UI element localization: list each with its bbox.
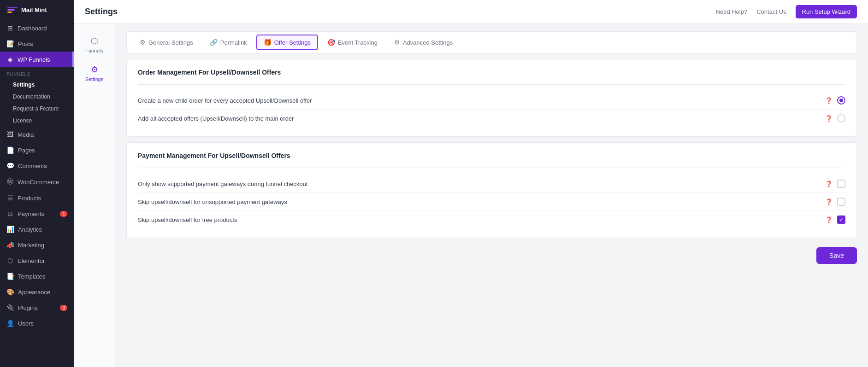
save-bar: Save bbox=[126, 244, 857, 268]
sidebar-sub-item-settings[interactable]: Settings bbox=[0, 79, 74, 91]
setting-row-add-to-main-order: Add all accepted offers (Upsell/Downsell… bbox=[138, 110, 845, 127]
sidebar-item-media[interactable]: 🖼 Media bbox=[0, 127, 74, 142]
funnels-section-label: Funnels bbox=[0, 67, 74, 79]
order-management-title: Order Management For Upsell/Downsell Off… bbox=[138, 69, 845, 76]
tab-label: Permalink bbox=[220, 39, 247, 46]
offer-settings-tab-icon: 🎁 bbox=[264, 39, 272, 46]
tabs-bar: ⚙ General Settings 🔗 Permalink 🎁 Offer S… bbox=[126, 31, 857, 53]
sidebar-item-label: Pages bbox=[18, 147, 35, 154]
logo-stripe-3 bbox=[7, 12, 12, 13]
skip-upsell-unsupported-checkbox[interactable] bbox=[837, 198, 845, 206]
sidebar-item-users[interactable]: 👤 Users bbox=[0, 315, 74, 331]
sidebar-item-analytics[interactable]: 📊 Analytics bbox=[0, 221, 74, 237]
skip-upsell-free-checkbox[interactable]: ✓ bbox=[837, 216, 845, 224]
payment-management-title: Payment Management For Upsell/Downsell O… bbox=[138, 152, 845, 159]
create-child-order-radio[interactable] bbox=[837, 96, 845, 105]
sidebar-item-label: Templates bbox=[18, 273, 45, 280]
page-title: Settings bbox=[85, 7, 118, 17]
sub-request-label: Request a Feature bbox=[13, 105, 59, 112]
sidebar-item-label: Products bbox=[18, 195, 41, 202]
general-settings-tab-icon: ⚙ bbox=[140, 39, 146, 46]
run-setup-wizard-button[interactable]: Run Setup Wizard bbox=[796, 5, 857, 18]
posts-icon: 📝 bbox=[6, 40, 14, 47]
comments-icon: 💬 bbox=[6, 162, 14, 169]
tab-offer-settings[interactable]: 🎁 Offer Settings bbox=[256, 35, 318, 50]
save-button[interactable]: Save bbox=[816, 247, 857, 264]
logo-stripe-1 bbox=[7, 7, 18, 8]
skip-upsell-free-label: Skip upsell/downsell for free products bbox=[138, 216, 821, 223]
payments-icon: ⊟ bbox=[6, 210, 14, 217]
sidebar-item-templates[interactable]: 📑 Templates bbox=[0, 268, 74, 284]
need-help-link[interactable]: Need Help? bbox=[716, 8, 748, 15]
tab-advanced-settings[interactable]: ⚙ Advanced Settings bbox=[387, 35, 460, 50]
topbar-actions: Need Help? Contact Us Run Setup Wizard bbox=[716, 5, 857, 18]
sub-license-label: License bbox=[13, 117, 32, 124]
show-supported-gateways-checkbox[interactable] bbox=[837, 180, 845, 188]
sidebar-item-elementor[interactable]: ⬡ Elementor bbox=[0, 253, 74, 268]
sidebar-sub-item-documentation[interactable]: Documentation bbox=[0, 91, 74, 103]
woocommerce-icon: Ⓦ bbox=[6, 178, 14, 186]
topbar: Settings Need Help? Contact Us Run Setup… bbox=[74, 0, 868, 24]
settings-panel-label: Settings bbox=[85, 76, 104, 82]
sidebar-item-label: WooCommerce bbox=[18, 179, 59, 186]
advanced-settings-tab-icon: ⚙ bbox=[394, 39, 400, 46]
sidebar-item-marketing[interactable]: 📣 Marketing bbox=[0, 237, 74, 253]
sidebar-item-label: Marketing bbox=[18, 242, 44, 249]
appearance-icon: 🎨 bbox=[6, 288, 14, 296]
sidebar-sub-item-request-feature[interactable]: Request a Feature bbox=[0, 103, 74, 115]
sidebar-app-name: Mail Mint bbox=[21, 6, 47, 13]
tab-label: Event Tracking bbox=[338, 39, 378, 46]
contact-us-link[interactable]: Contact Us bbox=[756, 8, 786, 15]
skip-upsell-unsupported-help-icon: ❓ bbox=[825, 198, 833, 205]
sidebar-item-label: Appearance bbox=[18, 289, 50, 296]
main-area: Settings Need Help? Contact Us Run Setup… bbox=[74, 0, 868, 367]
elementor-icon: ⬡ bbox=[6, 257, 14, 264]
plugins-icon: 🔌 bbox=[6, 304, 14, 311]
setting-row-skip-upsell-unsupported: Skip upsell/downsell for unsupported pay… bbox=[138, 193, 845, 211]
wp-funnels-icon: ◈ bbox=[6, 56, 14, 63]
sidebar-sub-item-license[interactable]: License bbox=[0, 115, 74, 127]
funnels-panel-icon: ⬡ bbox=[91, 36, 98, 46]
funnels-panel-label: Funnels bbox=[85, 48, 103, 53]
sidebar-item-label: Media bbox=[18, 131, 34, 138]
panel-nav-settings[interactable]: ⚙ Settings bbox=[76, 60, 113, 87]
sidebar-item-label: WP Funnels bbox=[18, 56, 50, 63]
products-icon: ☰ bbox=[6, 194, 14, 202]
pages-icon: 📄 bbox=[6, 146, 14, 154]
templates-icon: 📑 bbox=[6, 273, 14, 280]
add-to-main-order-radio[interactable] bbox=[837, 114, 845, 122]
sidebar-item-appearance[interactable]: 🎨 Appearance bbox=[0, 284, 74, 300]
sidebar-item-label: Dashboard bbox=[18, 25, 47, 32]
settings-panel-icon: ⚙ bbox=[91, 64, 98, 75]
sidebar-item-label: Posts bbox=[18, 41, 33, 47]
tab-event-tracking[interactable]: 🎯 Event Tracking bbox=[320, 35, 385, 50]
order-management-section: Order Management For Upsell/Downsell Off… bbox=[126, 59, 857, 137]
sidebar-item-label: Elementor bbox=[18, 257, 45, 264]
section-divider-2 bbox=[138, 168, 845, 168]
analytics-icon: 📊 bbox=[6, 226, 14, 233]
add-to-main-order-help-icon: ❓ bbox=[825, 115, 833, 122]
sidebar-item-wp-funnels[interactable]: ◈ WP Funnels bbox=[0, 52, 74, 67]
create-child-order-label: Create a new child order for every accep… bbox=[138, 97, 821, 104]
logo-icon bbox=[7, 7, 18, 13]
sidebar-item-products[interactable]: ☰ Products bbox=[0, 190, 74, 206]
sidebar-item-woocommerce[interactable]: Ⓦ WooCommerce bbox=[0, 174, 74, 190]
payments-badge: 1 bbox=[60, 211, 67, 217]
page-content: ⚙ General Settings 🔗 Permalink 🎁 Offer S… bbox=[115, 24, 868, 367]
panel-nav-funnels[interactable]: ⬡ Funnels bbox=[76, 31, 113, 58]
tab-permalink[interactable]: 🔗 Permalink bbox=[202, 35, 254, 50]
sidebar-item-posts[interactable]: 📝 Posts bbox=[0, 36, 74, 52]
sidebar-item-plugins[interactable]: 🔌 Plugins 3 bbox=[0, 300, 74, 315]
tab-label: Advanced Settings bbox=[403, 39, 453, 46]
left-panel: ⬡ Funnels ⚙ Settings bbox=[74, 24, 115, 367]
dashboard-icon: ⊞ bbox=[6, 24, 14, 32]
sidebar-item-comments[interactable]: 💬 Comments bbox=[0, 158, 74, 174]
sidebar-item-label: Comments bbox=[18, 163, 47, 169]
sidebar-item-dashboard[interactable]: ⊞ Dashboard bbox=[0, 20, 74, 36]
sidebar-item-pages[interactable]: 📄 Pages bbox=[0, 142, 74, 158]
tab-label: Offer Settings bbox=[274, 39, 311, 46]
plugins-badge: 3 bbox=[60, 305, 67, 311]
sidebar-item-payments[interactable]: ⊟ Payments 1 bbox=[0, 206, 74, 221]
tab-general-settings[interactable]: ⚙ General Settings bbox=[132, 35, 201, 50]
show-supported-gateways-label: Only show supported payment gateways dur… bbox=[138, 181, 821, 187]
